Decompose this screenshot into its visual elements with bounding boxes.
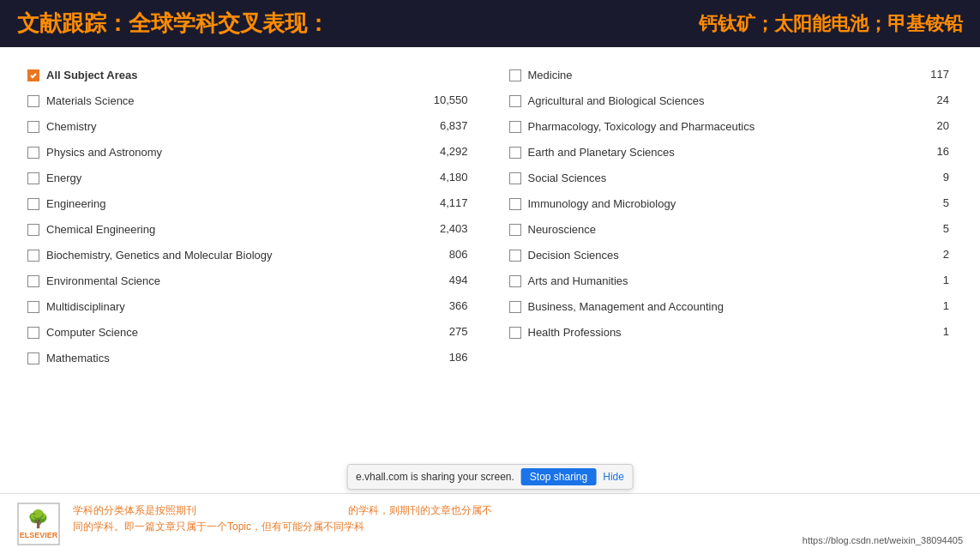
left-subject-item[interactable]: Biochemistry, Genetics and Molecular Bio… bbox=[26, 244, 473, 268]
subject-count: 5 bbox=[910, 196, 953, 209]
subject-name: Health Professions bbox=[528, 325, 904, 340]
left-subject-item[interactable]: Engineering4,117 bbox=[26, 193, 473, 217]
checkbox-unchecked[interactable] bbox=[509, 147, 521, 159]
footer-line2: 同的学科。即一篇文章只属于一个Topic，但有可能分属不同学科 bbox=[73, 519, 790, 535]
subject-name: Chemistry bbox=[46, 119, 422, 135]
subject-count: 186 bbox=[429, 351, 472, 364]
left-column: All Subject AreasMaterials Science10,550… bbox=[26, 64, 473, 371]
left-subject-item[interactable]: Energy4,180 bbox=[26, 167, 473, 191]
subject-name: Biochemistry, Genetics and Molecular Bio… bbox=[46, 248, 422, 263]
checkbox-unchecked[interactable] bbox=[27, 352, 39, 364]
subject-count: 16 bbox=[910, 145, 953, 158]
subject-count: 24 bbox=[910, 93, 953, 106]
checkbox-unchecked[interactable] bbox=[27, 327, 39, 339]
subject-count: 10,550 bbox=[429, 93, 472, 106]
right-subject-item[interactable]: Decision Sciences2 bbox=[508, 244, 955, 268]
right-subject-item[interactable]: Neuroscience5 bbox=[508, 219, 955, 243]
checkbox-unchecked[interactable] bbox=[27, 147, 39, 159]
left-subject-item[interactable]: Physics and Astronomy4,292 bbox=[26, 142, 473, 166]
checkbox-unchecked[interactable] bbox=[27, 275, 39, 287]
checkbox-unchecked[interactable] bbox=[509, 121, 521, 133]
subject-name: Pharmacology, Toxicology and Pharmaceuti… bbox=[528, 119, 904, 135]
checkbox-unchecked[interactable] bbox=[27, 250, 39, 262]
checkbox-unchecked[interactable] bbox=[509, 327, 521, 339]
subject-name: All Subject Areas bbox=[46, 68, 472, 83]
checkbox-unchecked[interactable] bbox=[509, 250, 521, 262]
subject-count: 6,837 bbox=[429, 119, 472, 132]
checkbox-unchecked[interactable] bbox=[509, 69, 521, 81]
subject-count: 2 bbox=[910, 248, 953, 261]
subject-count: 4,180 bbox=[429, 171, 472, 184]
subject-count: 1 bbox=[910, 325, 953, 338]
left-subject-item[interactable]: Materials Science10,550 bbox=[26, 90, 473, 114]
checkbox-unchecked[interactable] bbox=[27, 301, 39, 313]
checkbox-unchecked[interactable] bbox=[509, 224, 521, 236]
checkbox-unchecked[interactable] bbox=[27, 172, 39, 184]
header: 文献跟踪：全球学科交叉表现： 钙钛矿；太阳能电池；甲基铵铅 bbox=[0, 0, 980, 47]
subject-count: 2,403 bbox=[429, 222, 472, 235]
subject-count: 806 bbox=[429, 248, 472, 261]
left-subject-item[interactable]: Environmental Science494 bbox=[26, 270, 473, 294]
subject-count: 20 bbox=[910, 119, 953, 132]
right-column: Medicine117Agricultural and Biological S… bbox=[508, 64, 955, 371]
main-content: All Subject AreasMaterials Science10,550… bbox=[0, 47, 980, 388]
subject-name: Environmental Science bbox=[46, 274, 422, 289]
checkbox-unchecked[interactable] bbox=[27, 95, 39, 107]
right-subject-item[interactable]: Medicine117 bbox=[508, 64, 955, 88]
subject-count: 4,117 bbox=[429, 196, 472, 209]
checkbox-unchecked[interactable] bbox=[27, 198, 39, 210]
header-keywords: 钙钛矿；太阳能电池；甲基铵铅 bbox=[699, 11, 963, 37]
elsevier-label: ELSEVIER bbox=[20, 531, 58, 539]
right-subject-item[interactable]: Earth and Planetary Sciences16 bbox=[508, 142, 955, 166]
checkbox-unchecked[interactable] bbox=[27, 224, 39, 236]
subject-name: Neuroscience bbox=[528, 222, 904, 238]
checkbox-unchecked[interactable] bbox=[509, 275, 521, 287]
subject-name: Immunology and Microbiology bbox=[528, 196, 904, 212]
checkbox-unchecked[interactable] bbox=[509, 172, 521, 184]
subject-count: 4,292 bbox=[429, 145, 472, 158]
header-title: 文献跟踪：全球学科交叉表现： bbox=[17, 9, 329, 39]
subject-count: 5 bbox=[910, 222, 953, 235]
footer-line1: 学科的分类体系是按照期刊 的学科，则期刊的文章也分属不 bbox=[73, 503, 790, 519]
footer-text: 学科的分类体系是按照期刊 的学科，则期刊的文章也分属不 同的学科。即一篇文章只属… bbox=[73, 503, 790, 535]
right-subject-item[interactable]: Agricultural and Biological Sciences24 bbox=[508, 90, 955, 114]
checkbox-unchecked[interactable] bbox=[509, 301, 521, 313]
right-subject-item[interactable]: Social Sciences9 bbox=[508, 167, 955, 191]
right-subject-item[interactable]: Immunology and Microbiology5 bbox=[508, 193, 955, 217]
hide-button[interactable]: Hide bbox=[603, 471, 624, 483]
checkbox-unchecked[interactable] bbox=[509, 198, 521, 210]
screen-share-bar: e.vhall.com is sharing your screen. Stop… bbox=[346, 464, 634, 490]
right-subject-item[interactable]: Pharmacology, Toxicology and Pharmaceuti… bbox=[508, 116, 955, 140]
subject-count: 494 bbox=[429, 274, 472, 286]
footer: 🌳 ELSEVIER 学科的分类体系是按照期刊 的学科，则期刊的文章也分属不 同… bbox=[0, 493, 980, 554]
subject-count: 1 bbox=[910, 299, 953, 312]
subject-name: Chemical Engineering bbox=[46, 222, 422, 238]
subject-name: Engineering bbox=[46, 196, 422, 212]
subject-name: Agricultural and Biological Sciences bbox=[528, 93, 904, 109]
subject-name: Physics and Astronomy bbox=[46, 145, 422, 160]
subject-count: 275 bbox=[429, 325, 472, 338]
right-subject-item[interactable]: Health Professions1 bbox=[508, 322, 955, 346]
left-subject-item[interactable]: Chemical Engineering2,403 bbox=[26, 219, 473, 243]
left-subject-item[interactable]: Computer Science275 bbox=[26, 322, 473, 346]
checkbox-unchecked[interactable] bbox=[509, 95, 521, 107]
screen-share-text: e.vhall.com is sharing your screen. bbox=[356, 471, 514, 483]
checkbox-checked[interactable] bbox=[27, 69, 39, 81]
subject-name: Mathematics bbox=[46, 351, 422, 366]
subject-name: Business, Management and Accounting bbox=[528, 299, 904, 315]
right-subject-item[interactable]: Arts and Humanities1 bbox=[508, 270, 955, 294]
subject-name: Arts and Humanities bbox=[528, 274, 904, 289]
elsevier-logo: 🌳 ELSEVIER bbox=[17, 503, 60, 545]
logo-tree-icon: 🌳 bbox=[27, 509, 49, 529]
subject-name: Materials Science bbox=[46, 93, 422, 109]
left-subject-item[interactable]: Chemistry6,837 bbox=[26, 116, 473, 140]
left-subject-item[interactable]: Mathematics186 bbox=[26, 347, 473, 371]
left-subject-item[interactable]: All Subject Areas bbox=[26, 64, 473, 88]
subject-count: 366 bbox=[429, 299, 472, 312]
subject-name: Computer Science bbox=[46, 325, 422, 340]
checkbox-unchecked[interactable] bbox=[27, 121, 39, 133]
left-subject-item[interactable]: Multidisciplinary366 bbox=[26, 296, 473, 320]
right-subject-item[interactable]: Business, Management and Accounting1 bbox=[508, 296, 955, 320]
stop-sharing-button[interactable]: Stop sharing bbox=[521, 468, 596, 485]
subject-name: Energy bbox=[46, 171, 422, 186]
